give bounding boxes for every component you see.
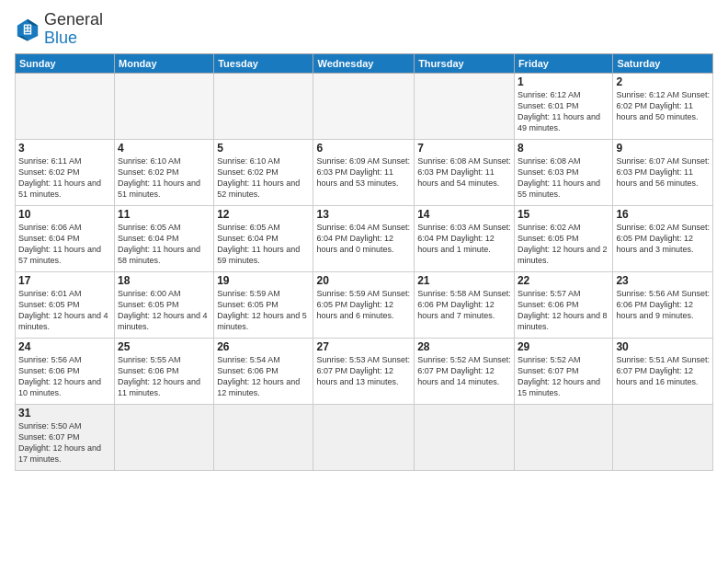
calendar-week-4: 17Sunrise: 6:01 AM Sunset: 6:05 PM Dayli… <box>16 271 713 338</box>
day-info: Sunrise: 6:00 AM Sunset: 6:05 PM Dayligh… <box>118 288 210 333</box>
day-number: 12 <box>217 208 310 221</box>
day-info: Sunrise: 6:03 AM Sunset: 6:04 PM Dayligh… <box>417 222 511 255</box>
weekday-header-thursday: Thursday <box>415 53 515 73</box>
calendar-cell: 12Sunrise: 6:05 AM Sunset: 6:04 PM Dayli… <box>214 205 313 271</box>
calendar-cell: 23Sunrise: 5:56 AM Sunset: 6:06 PM Dayli… <box>613 271 713 338</box>
day-info: Sunrise: 5:52 AM Sunset: 6:07 PM Dayligh… <box>518 354 609 399</box>
calendar-cell: 29Sunrise: 5:52 AM Sunset: 6:07 PM Dayli… <box>514 338 612 404</box>
svg-rect-8 <box>25 32 30 33</box>
day-number: 27 <box>316 340 411 353</box>
logo-text: General Blue <box>44 11 103 48</box>
day-info: Sunrise: 5:54 AM Sunset: 6:06 PM Dayligh… <box>217 354 310 399</box>
calendar-cell: 13Sunrise: 6:04 AM Sunset: 6:04 PM Dayli… <box>313 205 415 271</box>
day-info: Sunrise: 5:59 AM Sunset: 6:05 PM Dayligh… <box>316 288 411 321</box>
weekday-header-wednesday: Wednesday <box>313 53 415 73</box>
calendar-cell: 10Sunrise: 6:06 AM Sunset: 6:04 PM Dayli… <box>16 205 115 271</box>
calendar-cell: 5Sunrise: 6:10 AM Sunset: 6:02 PM Daylig… <box>214 139 313 205</box>
calendar-cell: 26Sunrise: 5:54 AM Sunset: 6:06 PM Dayli… <box>214 338 313 404</box>
calendar-cell: 11Sunrise: 6:05 AM Sunset: 6:04 PM Dayli… <box>115 205 214 271</box>
day-number: 13 <box>316 208 411 221</box>
day-info: Sunrise: 6:07 AM Sunset: 6:03 PM Dayligh… <box>616 155 710 189</box>
calendar-cell: 7Sunrise: 6:08 AM Sunset: 6:03 PM Daylig… <box>415 139 515 205</box>
calendar-cell: 28Sunrise: 5:52 AM Sunset: 6:07 PM Dayli… <box>415 338 515 404</box>
day-number: 22 <box>518 274 609 287</box>
day-number: 28 <box>417 340 511 353</box>
day-number: 4 <box>118 142 210 155</box>
calendar-cell: 1Sunrise: 6:12 AM Sunset: 6:01 PM Daylig… <box>514 73 612 139</box>
day-info: Sunrise: 6:02 AM Sunset: 6:05 PM Dayligh… <box>616 222 710 255</box>
svg-rect-7 <box>28 29 30 30</box>
calendar-cell: 3Sunrise: 6:11 AM Sunset: 6:02 PM Daylig… <box>16 139 115 205</box>
calendar-week-3: 10Sunrise: 6:06 AM Sunset: 6:04 PM Dayli… <box>16 205 713 271</box>
day-number: 10 <box>18 208 111 221</box>
calendar-cell: 4Sunrise: 6:10 AM Sunset: 6:02 PM Daylig… <box>115 139 214 205</box>
calendar-cell <box>415 73 515 139</box>
day-info: Sunrise: 6:10 AM Sunset: 6:02 PM Dayligh… <box>118 155 210 201</box>
logo: General Blue <box>15 11 103 48</box>
day-number: 25 <box>118 340 210 353</box>
day-number: 23 <box>616 274 710 287</box>
calendar-cell: 25Sunrise: 5:55 AM Sunset: 6:06 PM Dayli… <box>115 338 214 404</box>
day-info: Sunrise: 6:08 AM Sunset: 6:03 PM Dayligh… <box>518 155 609 201</box>
calendar-cell: 9Sunrise: 6:07 AM Sunset: 6:03 PM Daylig… <box>613 139 713 205</box>
header: General Blue <box>15 11 713 48</box>
calendar-cell <box>115 404 214 470</box>
day-number: 8 <box>518 142 609 155</box>
calendar-cell: 24Sunrise: 5:56 AM Sunset: 6:06 PM Dayli… <box>16 338 115 404</box>
calendar-cell <box>16 73 115 139</box>
day-info: Sunrise: 6:08 AM Sunset: 6:03 PM Dayligh… <box>417 155 511 189</box>
calendar-cell: 31Sunrise: 5:50 AM Sunset: 6:07 PM Dayli… <box>16 404 115 470</box>
day-info: Sunrise: 6:12 AM Sunset: 6:02 PM Dayligh… <box>616 89 710 122</box>
calendar-table: SundayMondayTuesdayWednesdayThursdayFrid… <box>15 53 713 471</box>
calendar-cell <box>313 404 415 470</box>
day-number: 14 <box>417 208 511 221</box>
day-info: Sunrise: 6:02 AM Sunset: 6:05 PM Dayligh… <box>518 222 609 267</box>
calendar-week-6: 31Sunrise: 5:50 AM Sunset: 6:07 PM Dayli… <box>16 404 713 470</box>
day-number: 19 <box>217 274 310 287</box>
day-number: 26 <box>217 340 310 353</box>
day-info: Sunrise: 5:51 AM Sunset: 6:07 PM Dayligh… <box>616 354 710 387</box>
calendar-cell <box>613 404 713 470</box>
day-number: 3 <box>18 142 111 155</box>
calendar-week-1: 1Sunrise: 6:12 AM Sunset: 6:01 PM Daylig… <box>16 73 713 139</box>
calendar-cell: 17Sunrise: 6:01 AM Sunset: 6:05 PM Dayli… <box>16 271 115 338</box>
logo-blue: Blue <box>44 29 103 48</box>
day-number: 9 <box>616 142 710 155</box>
calendar-cell: 22Sunrise: 5:57 AM Sunset: 6:06 PM Dayli… <box>514 271 612 338</box>
calendar-cell: 27Sunrise: 5:53 AM Sunset: 6:07 PM Dayli… <box>313 338 415 404</box>
day-info: Sunrise: 6:05 AM Sunset: 6:04 PM Dayligh… <box>217 222 310 267</box>
day-info: Sunrise: 6:06 AM Sunset: 6:04 PM Dayligh… <box>18 222 111 267</box>
calendar-cell: 19Sunrise: 5:59 AM Sunset: 6:05 PM Dayli… <box>214 271 313 338</box>
day-number: 11 <box>118 208 210 221</box>
day-info: Sunrise: 5:55 AM Sunset: 6:06 PM Dayligh… <box>118 354 210 399</box>
calendar-cell: 15Sunrise: 6:02 AM Sunset: 6:05 PM Dayli… <box>514 205 612 271</box>
day-info: Sunrise: 6:01 AM Sunset: 6:05 PM Dayligh… <box>18 288 111 333</box>
svg-rect-4 <box>25 26 27 28</box>
calendar-cell: 21Sunrise: 5:58 AM Sunset: 6:06 PM Dayli… <box>415 271 515 338</box>
weekday-header-sunday: Sunday <box>16 53 115 73</box>
day-info: Sunrise: 5:53 AM Sunset: 6:07 PM Dayligh… <box>316 354 411 387</box>
calendar-cell <box>214 73 313 139</box>
calendar-cell: 2Sunrise: 6:12 AM Sunset: 6:02 PM Daylig… <box>613 73 713 139</box>
calendar-cell <box>415 404 515 470</box>
calendar-week-2: 3Sunrise: 6:11 AM Sunset: 6:02 PM Daylig… <box>16 139 713 205</box>
logo-general: General <box>44 11 103 29</box>
calendar-cell: 6Sunrise: 6:09 AM Sunset: 6:03 PM Daylig… <box>313 139 415 205</box>
calendar-cell: 16Sunrise: 6:02 AM Sunset: 6:05 PM Dayli… <box>613 205 713 271</box>
page: General Blue SundayMondayTuesdayWednesda… <box>0 0 728 478</box>
day-number: 24 <box>18 340 111 353</box>
day-number: 16 <box>616 208 710 221</box>
day-number: 1 <box>518 75 609 88</box>
day-info: Sunrise: 5:56 AM Sunset: 6:06 PM Dayligh… <box>18 354 111 399</box>
day-number: 17 <box>18 274 111 287</box>
day-number: 5 <box>217 142 310 155</box>
day-info: Sunrise: 6:10 AM Sunset: 6:02 PM Dayligh… <box>217 155 310 201</box>
svg-rect-6 <box>25 29 27 30</box>
day-number: 6 <box>316 142 411 155</box>
weekday-header-friday: Friday <box>514 53 612 73</box>
day-info: Sunrise: 6:05 AM Sunset: 6:04 PM Dayligh… <box>118 222 210 267</box>
calendar-week-5: 24Sunrise: 5:56 AM Sunset: 6:06 PM Dayli… <box>16 338 713 404</box>
weekday-header-saturday: Saturday <box>613 53 713 73</box>
weekday-header-tuesday: Tuesday <box>214 53 313 73</box>
day-number: 30 <box>616 340 710 353</box>
